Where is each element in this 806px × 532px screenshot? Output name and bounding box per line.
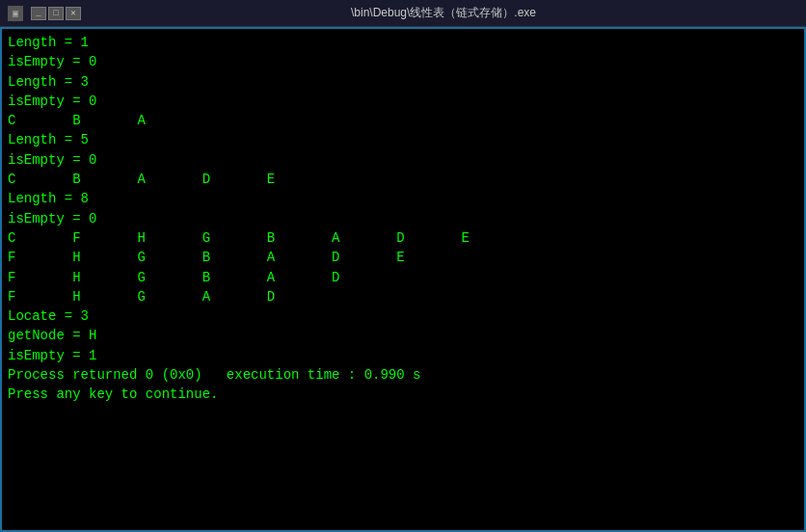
console-line: Length = 3 <box>8 72 798 92</box>
console-line: Length = 8 <box>8 189 798 208</box>
console-line: C B A D E <box>8 170 798 189</box>
console-line: Length = 1 <box>8 33 798 52</box>
console-line: F H G A D <box>8 287 798 306</box>
app-icon: ▣ <box>8 6 23 21</box>
console-line: Press any key to continue. <box>8 385 798 404</box>
window-title: \bin\Debug\线性表（链式存储）.exe <box>89 5 798 21</box>
console-line: F H G B A D E <box>8 248 798 267</box>
title-bar-controls[interactable]: _ □ ✕ <box>31 7 81 20</box>
console-line: isEmpty = 0 <box>8 52 798 71</box>
console-line: F H G B A D <box>8 268 798 287</box>
console-line: C B A <box>8 111 798 130</box>
console-line: Length = 5 <box>8 130 798 149</box>
console-line: Process returned 0 (0x0) execution time … <box>8 365 798 385</box>
console-line: isEmpty = 1 <box>8 346 798 365</box>
console-line: C F H G B A D E <box>8 228 798 248</box>
minimize-button[interactable]: _ <box>31 7 46 20</box>
console-line: isEmpty = 0 <box>8 92 798 111</box>
console-line: Locate = 3 <box>8 306 798 326</box>
console-line: isEmpty = 0 <box>8 209 798 228</box>
close-button[interactable]: ✕ <box>66 7 81 20</box>
console-line: isEmpty = 0 <box>8 150 798 170</box>
console-window: Length = 1isEmpty = 0Length = 3isEmpty =… <box>0 27 806 532</box>
maximize-button[interactable]: □ <box>48 7 64 20</box>
console-line: getNode = H <box>8 326 798 345</box>
title-bar: ▣ _ □ ✕ \bin\Debug\线性表（链式存储）.exe <box>0 0 806 27</box>
